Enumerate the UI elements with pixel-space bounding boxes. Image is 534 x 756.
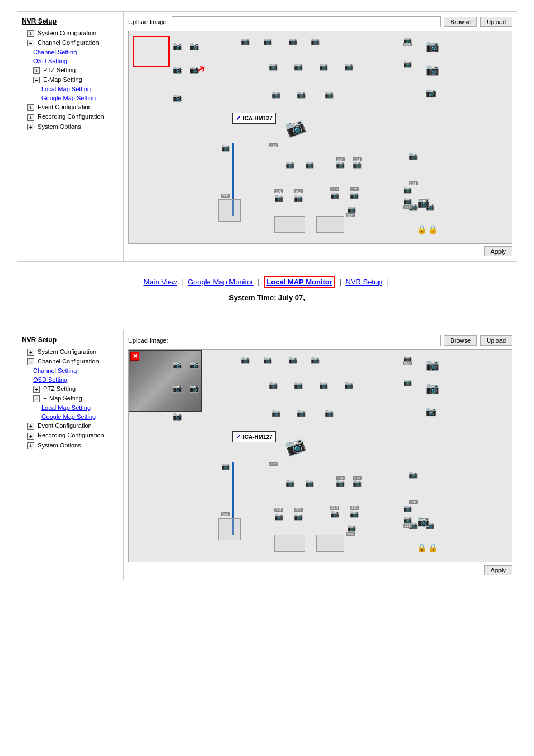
cam-22[interactable]: 📷 (285, 160, 294, 169)
cam-16[interactable]: 📷 (425, 63, 439, 76)
cam-15[interactable]: 📷 (403, 59, 412, 68)
tree-toggle-2-channel[interactable]: − (27, 358, 34, 365)
tree-toggle-2-emap[interactable]: − (33, 395, 40, 402)
cam-2-32[interactable]: 📷 (347, 524, 356, 532)
sidebar-event-config[interactable]: + Event Configuration (22, 102, 119, 112)
cam-10[interactable]: 📷 (189, 65, 199, 74)
sidebar-2-event-config[interactable]: + Event Configuration (22, 421, 119, 431)
cam-1[interactable]: 📷 (172, 41, 182, 50)
cam-2-large[interactable]: 📷 (283, 434, 307, 458)
cam-2-right-2[interactable]: 📷 (417, 515, 429, 528)
cam-2[interactable]: 📷 (189, 41, 199, 50)
cam-17[interactable]: 📷 (172, 93, 182, 102)
sidebar-2-system-config[interactable]: + System Configuration (22, 347, 119, 357)
nav-google-map[interactable]: Google Map Monitor (188, 278, 254, 286)
cam-2-16[interactable]: 📷 (425, 381, 439, 395)
sidebar-channel-setting[interactable]: Channel Setting (22, 48, 119, 57)
nav-local-map[interactable]: Local MAP Monitor (264, 276, 335, 288)
tree-toggle-2-event[interactable]: + (27, 423, 34, 430)
sidebar-2-emap-setting[interactable]: − E-Map Setting (22, 394, 119, 403)
cam-20[interactable]: 📷 (325, 90, 334, 99)
sidebar-2-system-options[interactable]: + System Options (22, 441, 119, 450)
cam-2-30[interactable]: 📷 (350, 510, 359, 518)
sidebar-2-google-map[interactable]: Google Map Setting (22, 412, 119, 421)
cam-2-31[interactable]: 📷 (403, 504, 412, 512)
cam-2-1[interactable]: 📷 (172, 360, 182, 369)
cam-12[interactable]: 📷 (294, 62, 303, 71)
sidebar-google-map[interactable]: Google Map Setting (22, 94, 119, 102)
sidebar-ptz-setting[interactable]: + PTZ Setting (22, 66, 119, 75)
tree-toggle-system[interactable]: + (27, 30, 34, 37)
tree-toggle-2-sysopts[interactable]: + (27, 442, 34, 449)
cam-2-11[interactable]: 📷 (269, 381, 278, 389)
apply-button-1[interactable]: Apply (484, 246, 512, 256)
cam-6[interactable]: 📷 (311, 37, 320, 45)
cam-2-2[interactable]: 📷 (189, 360, 199, 369)
cam-19[interactable]: 📷 (297, 90, 306, 99)
cam-2-19[interactable]: 📷 (297, 409, 306, 417)
tree-toggle-sysopts[interactable]: + (27, 124, 34, 130)
cam-5[interactable]: 📷 (288, 37, 297, 45)
cam-24[interactable]: 📷 (336, 160, 345, 169)
sidebar-recording-config[interactable]: + Recording Configuration (22, 112, 119, 122)
cam-25[interactable]: 📷 (353, 160, 362, 169)
cam-2-13[interactable]: 📷 (319, 381, 328, 389)
cam-2-9[interactable]: 📷 (172, 384, 182, 393)
upload-input-2[interactable] (172, 335, 441, 346)
upload-input-1[interactable] (172, 16, 441, 27)
tree-toggle-emap[interactable]: − (33, 77, 40, 83)
cam-2-10[interactable]: 📷 (189, 384, 199, 393)
tree-toggle-event[interactable]: + (27, 104, 34, 111)
cam-2-25[interactable]: 📷 (353, 479, 362, 487)
video-close-btn[interactable]: ✕ (130, 352, 139, 361)
nav-nvr-setup[interactable]: NVR Setup (345, 278, 382, 286)
cam-8[interactable]: 📷 (425, 39, 439, 53)
cam-right-2[interactable]: 📷 (417, 197, 429, 209)
cam-2-23[interactable]: 📷 (305, 479, 314, 487)
sidebar-2-osd-setting[interactable]: OSD Setting (22, 375, 119, 384)
sidebar-system-config[interactable]: + System Configuration (22, 29, 119, 38)
cam-2-24[interactable]: 📷 (336, 479, 345, 487)
cam-27[interactable]: 📷 (274, 194, 283, 202)
cam-23[interactable]: 📷 (305, 160, 314, 169)
cam-large[interactable]: 📷 (283, 115, 307, 139)
sidebar-2-channel-setting[interactable]: Channel Setting (22, 366, 119, 375)
cam-2-12[interactable]: 📷 (294, 381, 303, 389)
cam-32[interactable]: 📷 (347, 205, 356, 213)
cam-13[interactable]: 📷 (319, 62, 328, 71)
tree-toggle-2-recording[interactable]: + (27, 433, 34, 440)
tree-toggle-channel[interactable]: − (27, 40, 34, 46)
sidebar-osd-setting[interactable]: OSD Setting (22, 57, 119, 66)
cam-18[interactable]: 📷 (271, 90, 280, 99)
cam-2-20[interactable]: 📷 (325, 409, 334, 417)
cam-2-28[interactable]: 📷 (294, 512, 303, 521)
cam-2-8[interactable]: 📷 (425, 358, 439, 371)
cam-2-21[interactable]: 📷 (221, 462, 230, 470)
cam-14[interactable]: 📷 (344, 62, 353, 71)
apply-button-2[interactable]: Apply (484, 565, 512, 575)
tree-toggle-recording[interactable]: + (27, 114, 34, 121)
cam-right-1[interactable]: 📷 (425, 87, 437, 98)
cam-28[interactable]: 📷 (294, 194, 303, 202)
cam-2-18[interactable]: 📷 (271, 409, 280, 417)
sidebar-channel-config[interactable]: − Channel Configuration (22, 38, 119, 48)
tree-toggle-ptz[interactable]: + (33, 67, 40, 74)
cam-2-14[interactable]: 📷 (344, 381, 353, 389)
sidebar-2-recording-config[interactable]: + Recording Configuration (22, 431, 119, 440)
upload-button-2[interactable]: Upload (480, 335, 512, 346)
tree-toggle-2-system[interactable]: + (27, 349, 34, 356)
cam-4[interactable]: 📷 (263, 37, 272, 45)
browse-button-2[interactable]: Browse (444, 335, 477, 346)
cam-2-27[interactable]: 📷 (274, 512, 283, 521)
cam-26[interactable]: 📷 (409, 152, 418, 160)
cam-2-15[interactable]: 📷 (403, 378, 412, 386)
tree-toggle-2-ptz[interactable]: + (33, 386, 40, 393)
sidebar-system-options[interactable]: + System Options (22, 122, 119, 132)
cam-2-4[interactable]: 📷 (263, 356, 272, 364)
sidebar-local-map[interactable]: Local Map Setting (22, 85, 119, 94)
cam-right-3[interactable]: 📷 (403, 197, 412, 205)
cam-29[interactable]: 📷 (330, 191, 339, 199)
cam-2-22[interactable]: 📷 (285, 479, 294, 487)
browse-button-1[interactable]: Browse (444, 17, 477, 27)
cam-2-6[interactable]: 📷 (311, 356, 320, 364)
